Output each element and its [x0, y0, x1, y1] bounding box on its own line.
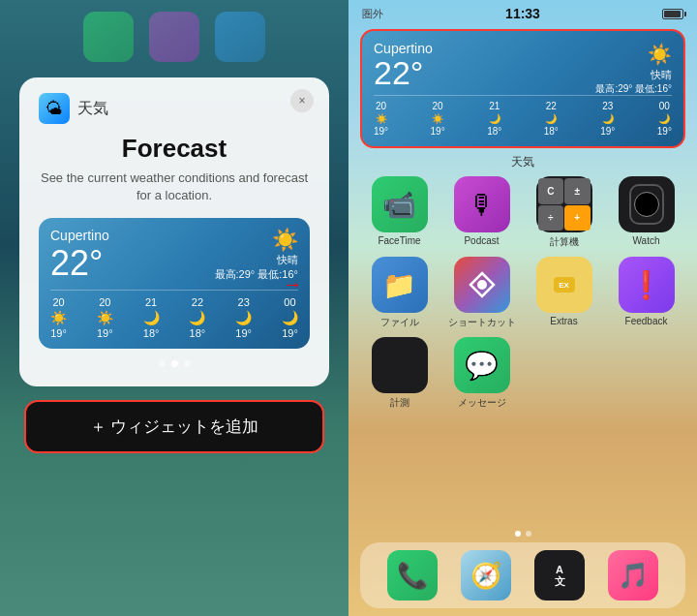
forecast-desc: See the current weather conditions and f… [39, 169, 310, 204]
add-widget-button[interactable]: ＋ ウィジェットを追加 [24, 400, 324, 453]
svg-point-1 [477, 280, 487, 290]
dock-area: 📞 🧭 A文 🎵 [348, 531, 697, 616]
calculator-icon: C± ÷+ [536, 176, 592, 232]
facetime-label: FaceTime [378, 235, 420, 246]
hour-icon-0: ☀️ [50, 310, 67, 325]
dock-translate[interactable]: A文 [534, 550, 585, 601]
dock-music[interactable]: 🎵 [608, 550, 658, 601]
top-app-1 [83, 12, 134, 62]
hw-high-low: 最高:29° 最低:16° [595, 82, 672, 96]
measure-label: 計測 [390, 396, 409, 410]
hw-condition: ☀️ 快晴 最高:29° 最低:16° [595, 41, 672, 96]
hw-sun-icon: ☀️ [595, 41, 672, 68]
dot-3 [184, 360, 191, 367]
dock: 📞 🧭 A文 🎵 [360, 542, 685, 608]
top-app-icons [0, 4, 348, 70]
app-measure[interactable]: 計測 [360, 337, 439, 410]
hw-hour-temp-5: 19° [657, 126, 672, 137]
status-right [662, 9, 683, 19]
app-extras[interactable]: EX Extras [525, 257, 603, 329]
hour-icon-4: 🌙 [235, 310, 252, 325]
hw-hour-2: 21 🌙 18° [487, 101, 501, 137]
widget-hour-1: 20 ☀️ 19° [97, 296, 113, 339]
weather-app-title: 天気 [77, 99, 108, 119]
app-files[interactable]: 📁 ファイル [360, 257, 439, 329]
hw-hour-time-5: 00 [659, 101, 670, 111]
app-grid: 📹 FaceTime 🎙 Podcast C± ÷+ 計算機 Watch 📁 [348, 176, 697, 410]
hw-hour-time-0: 20 [376, 101, 386, 111]
dot-2 [171, 360, 178, 367]
facetime-icon: 📹 [372, 176, 428, 232]
hw-hour-icon-0: ☀️ [376, 113, 387, 124]
hour-time-0: 20 [52, 296, 64, 308]
page-dot-2 [526, 531, 531, 537]
hour-temp-4: 19° [235, 327, 252, 339]
hw-hour-temp-0: 19° [374, 126, 388, 137]
widget-sun-icon: ☀️ [215, 228, 298, 253]
status-bar: 圏外 11:33 [348, 0, 697, 25]
tenki-label: 天気 [348, 154, 697, 170]
weather-app-icon: 🌤 [39, 93, 70, 124]
hour-time-5: 00 [284, 296, 295, 308]
hw-hour-icon-4: 🌙 [602, 113, 614, 124]
app-header: 🌤 天気 [39, 93, 310, 124]
time-display: 11:33 [505, 6, 540, 21]
dock-phone[interactable]: 📞 [387, 550, 438, 601]
weather-widget-preview: Cupertino 22° ☀️ 快晴 最高:29° 最低:16° 20 ☀️ … [39, 218, 310, 349]
extras-label: Extras [550, 316, 577, 326]
hw-hour-temp-2: 18° [487, 126, 501, 137]
dot-1 [159, 360, 166, 367]
arrow-right-icon: → [283, 272, 302, 294]
app-facetime[interactable]: 📹 FaceTime [360, 176, 439, 249]
hour-temp-5: 19° [282, 327, 298, 339]
app-shortcuts[interactable]: ショートカット [442, 257, 521, 329]
app-feedback[interactable]: ❗ Feedback [607, 257, 685, 329]
calculator-label: 計算機 [550, 235, 579, 249]
messages-label: メッセージ [458, 396, 506, 410]
shortcuts-label: ショートカット [448, 316, 516, 329]
widget-card: 🌤 天気 × Forecast See the current weather … [19, 77, 329, 386]
hour-time-4: 23 [238, 296, 250, 308]
app-messages[interactable]: 💬 メッセージ [442, 337, 521, 410]
page-indicator [348, 531, 697, 537]
widget-hour-0: 20 ☀️ 19° [50, 296, 67, 339]
shortcuts-icon [454, 257, 510, 313]
app-calculator[interactable]: C± ÷+ 計算機 [525, 176, 603, 249]
app-podcast[interactable]: 🎙 Podcast [442, 176, 521, 249]
widget-hour-4: 23 🌙 19° [235, 296, 252, 339]
top-app-2 [149, 12, 199, 62]
widget-hours: 20 ☀️ 19° 20 ☀️ 19° 21 🌙 18° [50, 290, 298, 339]
hw-hour-icon-5: 🌙 [658, 113, 670, 124]
close-button[interactable]: × [290, 89, 314, 112]
hw-hour-time-4: 23 [602, 101, 613, 111]
hw-hour-icon-3: 🌙 [545, 113, 557, 124]
hw-hour-1: 20 ☀️ 19° [431, 101, 445, 137]
hour-time-2: 21 [145, 296, 157, 308]
hw-hour-temp-3: 18° [544, 126, 559, 137]
hw-hour-temp-1: 19° [431, 126, 445, 137]
home-weather-widget: Cupertino 22° ☀️ 快晴 最高:29° 最低:16° 20 ☀️ … [360, 29, 685, 148]
hw-hour-icon-2: 🌙 [489, 113, 500, 124]
extras-icon: EX [536, 257, 592, 313]
measure-icon [372, 337, 428, 393]
widget-condition-text: 快晴 [215, 253, 298, 267]
hw-condition-text: 快晴 [595, 68, 672, 82]
widget-hour-5: 00 🌙 19° [282, 296, 298, 339]
podcast-label: Podcast [464, 235, 499, 246]
page-dot-1 [515, 531, 521, 537]
hour-time-1: 20 [99, 296, 110, 308]
hour-temp-2: 18° [143, 327, 160, 339]
widget-hour-2: 21 🌙 18° [143, 296, 160, 339]
podcast-icon: 🎙 [454, 176, 510, 232]
dock-safari[interactable]: 🧭 [461, 550, 511, 601]
hw-hour-time-1: 20 [433, 101, 443, 111]
hw-hour-icon-1: ☀️ [432, 113, 443, 124]
messages-icon: 💬 [454, 337, 510, 393]
hour-temp-3: 18° [190, 327, 206, 339]
widget-preview-container: ← Cupertino 22° ☀️ 快晴 最高:29° 最低:16° 20 ☀… [39, 218, 310, 349]
hour-temp-1: 19° [97, 327, 113, 339]
app-watch[interactable]: Watch [607, 176, 685, 249]
hw-hours: 20 ☀️ 19° 20 ☀️ 19° 21 🌙 18° 22 🌙 18° 23 [374, 95, 672, 137]
hw-hour-temp-4: 19° [600, 126, 615, 137]
files-icon: 📁 [372, 257, 428, 313]
